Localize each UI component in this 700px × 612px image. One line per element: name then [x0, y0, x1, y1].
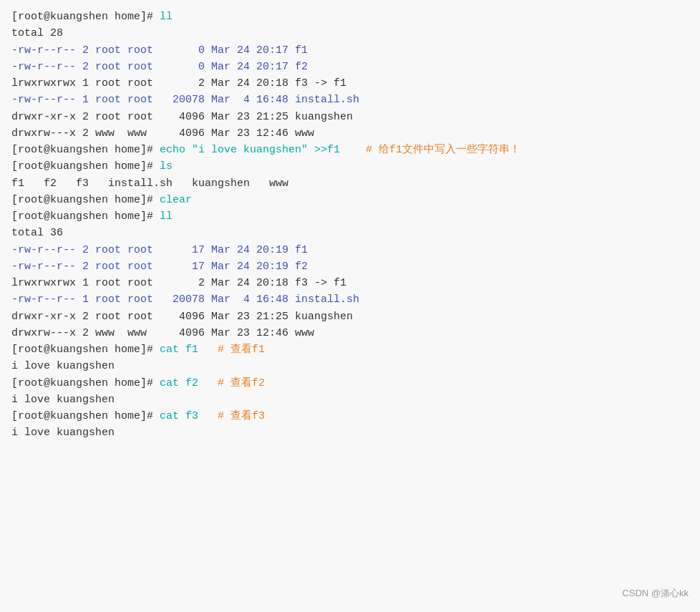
command: cat f2 [160, 377, 198, 389]
terminal-line: -rw-r--r-- 2 root root 0 Mar 24 20:17 f1 [11, 42, 689, 59]
prompt: [root@kuangshen home]# [11, 210, 160, 223]
comment: # 给f1文件中写入一些字符串！ [340, 144, 520, 156]
terminal-line: [root@kuangshen home]# cat f2 # 查看f2 [11, 375, 689, 392]
terminal-line: i love kuangshen [11, 424, 689, 441]
prompt: [root@kuangshen home]# [11, 144, 160, 156]
terminal-line: -rw-r--r-- 1 root root 20078 Mar 4 16:48… [11, 291, 689, 308]
terminal-line: [root@kuangshen home]# ll [11, 208, 689, 225]
comment: # 查看f1 [198, 344, 265, 356]
terminal-line: drwxrw---x 2 www www 4096 Mar 23 12:46 w… [11, 125, 689, 142]
terminal-line: -rw-r--r-- 2 root root 17 Mar 24 20:19 f… [11, 258, 689, 275]
command: cat f3 [160, 410, 198, 422]
terminal-line: drwxr-xr-x 2 root root 4096 Mar 23 21:25… [11, 309, 689, 325]
terminal-line: total 36 [11, 225, 689, 241]
terminal-line: -rw-r--r-- 2 root root 0 Mar 24 20:17 f2 [11, 59, 689, 75]
terminal-line: drwxr-xr-x 2 root root 4096 Mar 23 21:25… [11, 109, 689, 125]
terminal-line: f1 f2 f3 install.sh kuangshen www [11, 175, 689, 192]
command: ll [160, 11, 172, 23]
prompt: [root@kuangshen home]# [11, 410, 160, 422]
command: clear [160, 194, 192, 206]
prompt: [root@kuangshen home]# [11, 377, 160, 389]
terminal-line: i love kuangshen [11, 392, 689, 408]
terminal-line: -rw-r--r-- 2 root root 17 Mar 24 20:19 f… [11, 242, 689, 258]
terminal-line: [root@kuangshen home]# cat f3 # 查看f3 [11, 408, 689, 424]
terminal-line: -rw-r--r-- 1 root root 20078 Mar 4 16:48… [11, 92, 689, 108]
terminal-line: [root@kuangshen home]# ll [11, 9, 689, 25]
command: echo "i love kuangshen" >>f1 [160, 144, 340, 156]
command: ll [160, 210, 172, 223]
terminal-line: [root@kuangshen home]# ls [11, 158, 689, 175]
prompt: [root@kuangshen home]# [11, 194, 160, 206]
comment: # 查看f3 [198, 410, 265, 422]
terminal-line: [root@kuangshen home]# echo "i love kuan… [11, 142, 689, 158]
prompt: [root@kuangshen home]# [11, 160, 160, 173]
command: cat f1 [160, 344, 198, 356]
comment: # 查看f2 [198, 377, 265, 389]
terminal-line: [root@kuangshen home]# cat f1 # 查看f1 [11, 341, 689, 358]
prompt: [root@kuangshen home]# [11, 11, 160, 23]
command: ls [160, 160, 172, 173]
prompt: [root@kuangshen home]# [11, 344, 160, 356]
terminal-line: i love kuangshen [11, 358, 689, 374]
terminal-line: [root@kuangshen home]# clear [11, 192, 689, 208]
terminal: [root@kuangshen home]# ll total 28 -rw-r… [0, 0, 700, 612]
terminal-line: lrwxrwxrwx 1 root root 2 Mar 24 20:18 f3… [11, 75, 689, 92]
terminal-line: drwxrw---x 2 www www 4096 Mar 23 12:46 w… [11, 325, 689, 341]
watermark: CSDN @涤心kk [622, 586, 689, 601]
terminal-line: total 28 [11, 25, 689, 42]
terminal-line: lrwxrwxrwx 1 root root 2 Mar 24 20:18 f3… [11, 275, 689, 291]
